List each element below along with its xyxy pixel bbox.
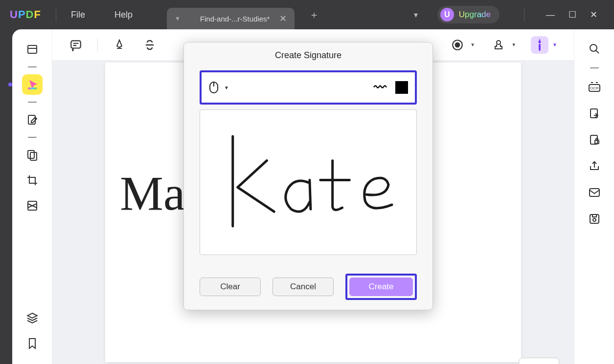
comment-mode-button[interactable] (22, 74, 43, 95)
user-avatar: U (440, 8, 454, 21)
title-bar: UPDF File Help ▼ Find-and-...r-Studies* … (0, 0, 614, 29)
signature-canvas[interactable] (200, 109, 417, 255)
window-controls: ― ☐ ✕ (539, 9, 604, 20)
protect-button[interactable] (585, 130, 604, 150)
create-button[interactable]: Create (349, 278, 413, 296)
document-tab[interactable]: ▼ Find-and-...r-Studies* ✕ (167, 8, 295, 29)
dialog-button-row: Clear Cancel Create (184, 255, 432, 300)
create-signature-dialog: Create Signature ▼ 〰 (183, 42, 433, 310)
input-method-selector[interactable]: ▼ (208, 81, 229, 94)
svg-point-9 (497, 41, 500, 44)
upgrade-button[interactable]: U Upgrade (437, 6, 500, 23)
separator (28, 137, 37, 138)
email-button[interactable] (585, 183, 604, 202)
separator (56, 8, 56, 21)
dropdown-caret-icon[interactable]: ▼ (552, 42, 557, 47)
svg-point-10 (590, 44, 597, 51)
color-swatch[interactable] (395, 81, 408, 94)
separator (590, 67, 599, 68)
signature-mode-bar: ▼ 〰 (200, 70, 417, 105)
share-button[interactable] (585, 156, 604, 176)
dropdown-caret-icon: ▼ (224, 85, 229, 90)
maximize-button[interactable]: ☐ (569, 9, 576, 20)
layers-icon[interactable] (26, 312, 38, 324)
create-button-highlight: Create (345, 274, 417, 300)
svg-rect-0 (28, 45, 37, 53)
dropdown-caret-icon[interactable]: ▼ (470, 42, 475, 47)
app-logo: UPDF (10, 8, 41, 21)
separator (28, 66, 37, 67)
export-button[interactable] (585, 104, 604, 123)
svg-rect-19 (592, 214, 596, 217)
sticky-note-tool[interactable] (67, 36, 85, 54)
right-sidebar: OCR (574, 29, 614, 364)
tab-dropdown-icon[interactable]: ▼ (175, 15, 181, 22)
svg-rect-6 (71, 41, 81, 48)
dialog-title: Create Signature (184, 43, 432, 70)
crop-mode-button[interactable] (22, 170, 43, 191)
page-indicator[interactable]: 31/31 (519, 358, 559, 364)
tab-close-icon[interactable]: ✕ (279, 13, 287, 24)
svg-point-8 (455, 43, 460, 47)
tablist-dropdown-icon[interactable]: ▾ (414, 10, 418, 20)
edit-mode-button[interactable] (22, 109, 43, 130)
close-button[interactable]: ✕ (590, 9, 597, 20)
strikethrough-tool[interactable] (141, 36, 159, 54)
stamp-tool[interactable] (490, 36, 507, 54)
signature-tool[interactable] (531, 36, 548, 54)
mouse-icon (208, 81, 219, 94)
existing-signature-text: Ma (120, 165, 185, 221)
reader-mode-button[interactable] (22, 39, 43, 60)
menu-file[interactable]: File (71, 10, 85, 20)
left-sidebar-bottom (26, 312, 38, 349)
signature-drawing (211, 125, 406, 240)
dropdown-caret-icon[interactable]: ▼ (511, 42, 516, 47)
svg-rect-1 (28, 87, 37, 89)
save-button[interactable] (585, 209, 604, 229)
organize-mode-button[interactable] (22, 145, 43, 165)
svg-point-18 (593, 218, 596, 221)
svg-rect-4 (30, 152, 37, 160)
new-tab-button[interactable]: ＋ (309, 8, 319, 21)
tab-title: Find-and-...r-Studies* (200, 15, 270, 23)
minimize-button[interactable]: ― (546, 10, 555, 20)
separator (97, 39, 98, 51)
separator (28, 102, 37, 103)
search-button[interactable] (585, 39, 604, 59)
bookmark-icon[interactable] (27, 338, 37, 349)
redact-mode-button[interactable] (22, 195, 43, 216)
svg-text:OCR: OCR (590, 86, 599, 90)
menu-help[interactable]: Help (114, 10, 133, 20)
upgrade-label: Upgrade (459, 10, 491, 20)
clear-button[interactable]: Clear (200, 278, 261, 296)
shape-color-tool[interactable] (449, 36, 466, 54)
left-sidebar (12, 29, 52, 364)
stroke-style-button[interactable]: 〰 (374, 80, 387, 95)
svg-rect-16 (590, 189, 599, 196)
cancel-button[interactable]: Cancel (273, 278, 334, 296)
highlighter-tool[interactable] (111, 36, 128, 54)
tab-strip: ▼ Find-and-...r-Studies* ✕ ＋ (167, 0, 319, 29)
svg-rect-3 (28, 150, 34, 158)
ocr-button[interactable]: OCR (585, 77, 604, 97)
separator (524, 8, 524, 21)
